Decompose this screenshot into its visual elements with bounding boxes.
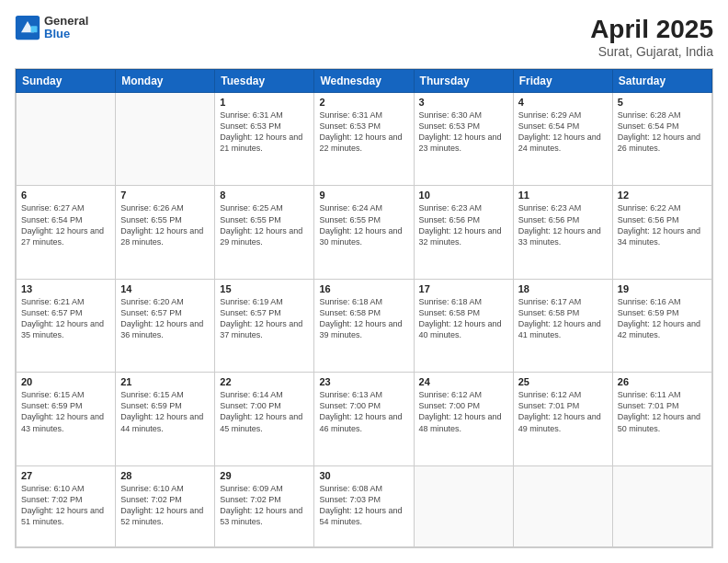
day-cell [116,93,215,186]
calendar-title: April 2025 [590,15,713,44]
day-cell: 6Sunrise: 6:27 AMSunset: 6:54 PMDaylight… [17,186,116,279]
header-day-friday: Friday [513,70,612,93]
day-number: 13 [21,283,110,294]
title-block: April 2025 Surat, Gujarat, India [590,15,713,59]
day-number: 9 [319,190,408,201]
week-row-4: 20Sunrise: 6:15 AMSunset: 6:59 PMDayligh… [17,373,712,465]
day-number: 25 [518,376,608,387]
day-info: Sunrise: 6:11 AMSunset: 7:01 PMDaylight:… [618,389,707,434]
day-cell: 19Sunrise: 6:16 AMSunset: 6:59 PMDayligh… [612,279,711,372]
day-info: Sunrise: 6:15 AMSunset: 6:59 PMDaylight:… [21,389,110,434]
day-info: Sunrise: 6:13 AMSunset: 7:00 PMDaylight:… [319,389,408,434]
day-info: Sunrise: 6:31 AMSunset: 6:53 PMDaylight:… [319,109,408,155]
day-cell: 1Sunrise: 6:31 AMSunset: 6:53 PMDaylight… [215,93,314,186]
day-info: Sunrise: 6:10 AMSunset: 7:02 PMDaylight:… [120,483,210,528]
header-day-tuesday: Tuesday [215,70,314,93]
header-day-monday: Monday [116,70,215,93]
header-day-saturday: Saturday [612,70,711,93]
calendar: SundayMondayTuesdayWednesdayThursdayFrid… [15,68,713,548]
day-number: 3 [419,97,508,108]
day-info: Sunrise: 6:30 AMSunset: 6:53 PMDaylight:… [419,109,508,155]
header: General Blue April 2025 Surat, Gujarat, … [15,15,713,59]
day-cell: 17Sunrise: 6:18 AMSunset: 6:58 PMDayligh… [414,279,513,372]
day-info: Sunrise: 6:14 AMSunset: 7:00 PMDaylight:… [220,389,309,434]
day-number: 19 [618,283,707,294]
day-number: 15 [220,283,309,294]
day-info: Sunrise: 6:23 AMSunset: 6:56 PMDaylight:… [419,202,508,247]
header-day-thursday: Thursday [414,70,513,93]
day-number: 12 [618,190,707,201]
day-info: Sunrise: 6:18 AMSunset: 6:58 PMDaylight:… [419,296,508,341]
day-number: 23 [319,376,408,387]
day-number: 1 [220,97,309,108]
day-number: 2 [319,97,408,108]
day-number: 27 [21,470,110,481]
calendar-subtitle: Surat, Gujarat, India [590,44,713,59]
day-cell: 22Sunrise: 6:14 AMSunset: 7:00 PMDayligh… [215,373,314,465]
day-cell: 11Sunrise: 6:23 AMSunset: 6:56 PMDayligh… [513,186,612,279]
day-number: 11 [518,190,608,201]
day-number: 6 [21,190,110,201]
day-cell: 25Sunrise: 6:12 AMSunset: 7:01 PMDayligh… [513,373,612,465]
day-cell: 2Sunrise: 6:31 AMSunset: 6:53 PMDaylight… [314,93,414,186]
day-cell: 10Sunrise: 6:23 AMSunset: 6:56 PMDayligh… [414,186,513,279]
day-cell: 7Sunrise: 6:26 AMSunset: 6:55 PMDaylight… [116,186,215,279]
page: General Blue April 2025 Surat, Gujarat, … [0,0,728,563]
day-info: Sunrise: 6:12 AMSunset: 7:00 PMDaylight:… [419,389,508,434]
day-number: 24 [419,376,508,387]
week-row-1: 1Sunrise: 6:31 AMSunset: 6:53 PMDaylight… [17,93,712,186]
day-cell: 30Sunrise: 6:08 AMSunset: 7:03 PMDayligh… [314,465,414,547]
day-cell: 26Sunrise: 6:11 AMSunset: 7:01 PMDayligh… [612,373,711,465]
day-cell: 18Sunrise: 6:17 AMSunset: 6:58 PMDayligh… [513,279,612,372]
day-cell: 23Sunrise: 6:13 AMSunset: 7:00 PMDayligh… [314,373,414,465]
week-row-2: 6Sunrise: 6:27 AMSunset: 6:54 PMDaylight… [17,186,712,279]
day-number: 10 [419,190,508,201]
day-cell: 4Sunrise: 6:29 AMSunset: 6:54 PMDaylight… [513,93,612,186]
header-row: SundayMondayTuesdayWednesdayThursdayFrid… [17,70,712,93]
day-info: Sunrise: 6:15 AMSunset: 6:59 PMDaylight:… [120,389,210,434]
day-number: 4 [518,97,608,108]
day-number: 22 [220,376,309,387]
day-info: Sunrise: 6:10 AMSunset: 7:02 PMDaylight:… [21,483,110,528]
day-cell [513,465,612,547]
day-cell: 28Sunrise: 6:10 AMSunset: 7:02 PMDayligh… [116,465,215,547]
day-cell: 3Sunrise: 6:30 AMSunset: 6:53 PMDaylight… [414,93,513,186]
day-cell: 20Sunrise: 6:15 AMSunset: 6:59 PMDayligh… [17,373,116,465]
day-number: 7 [120,190,210,201]
day-cell [414,465,513,547]
day-info: Sunrise: 6:20 AMSunset: 6:57 PMDaylight:… [120,296,210,341]
day-info: Sunrise: 6:29 AMSunset: 6:54 PMDaylight:… [518,109,608,155]
day-cell: 12Sunrise: 6:22 AMSunset: 6:56 PMDayligh… [612,186,711,279]
day-cell [17,93,116,186]
day-cell: 9Sunrise: 6:24 AMSunset: 6:55 PMDaylight… [314,186,414,279]
logo-blue-text: Blue [44,28,88,40]
day-number: 21 [120,376,210,387]
day-cell: 8Sunrise: 6:25 AMSunset: 6:55 PMDaylight… [215,186,314,279]
day-info: Sunrise: 6:16 AMSunset: 6:59 PMDaylight:… [618,296,707,341]
logo-text: General Blue [44,15,88,41]
logo-general-text: General [44,15,88,28]
calendar-header: SundayMondayTuesdayWednesdayThursdayFrid… [17,70,712,93]
day-info: Sunrise: 6:27 AMSunset: 6:54 PMDaylight:… [21,202,110,247]
day-cell: 27Sunrise: 6:10 AMSunset: 7:02 PMDayligh… [17,465,116,547]
logo: General Blue [15,15,88,41]
week-row-3: 13Sunrise: 6:21 AMSunset: 6:57 PMDayligh… [17,279,712,372]
day-info: Sunrise: 6:08 AMSunset: 7:03 PMDaylight:… [319,483,408,528]
day-number: 18 [518,283,608,294]
day-info: Sunrise: 6:26 AMSunset: 6:55 PMDaylight:… [120,202,210,247]
day-cell: 29Sunrise: 6:09 AMSunset: 7:02 PMDayligh… [215,465,314,547]
day-info: Sunrise: 6:22 AMSunset: 6:56 PMDaylight:… [618,202,707,247]
day-cell: 24Sunrise: 6:12 AMSunset: 7:00 PMDayligh… [414,373,513,465]
day-info: Sunrise: 6:19 AMSunset: 6:57 PMDaylight:… [220,296,309,341]
day-number: 20 [21,376,110,387]
week-row-5: 27Sunrise: 6:10 AMSunset: 7:02 PMDayligh… [17,465,712,547]
day-info: Sunrise: 6:24 AMSunset: 6:55 PMDaylight:… [319,202,408,247]
day-info: Sunrise: 6:21 AMSunset: 6:57 PMDaylight:… [21,296,110,341]
logo-icon [15,15,40,40]
day-info: Sunrise: 6:12 AMSunset: 7:01 PMDaylight:… [518,389,608,434]
day-cell: 14Sunrise: 6:20 AMSunset: 6:57 PMDayligh… [116,279,215,372]
header-day-wednesday: Wednesday [314,70,414,93]
day-info: Sunrise: 6:31 AMSunset: 6:53 PMDaylight:… [220,109,309,155]
day-info: Sunrise: 6:23 AMSunset: 6:56 PMDaylight:… [518,202,608,247]
day-number: 26 [618,376,707,387]
